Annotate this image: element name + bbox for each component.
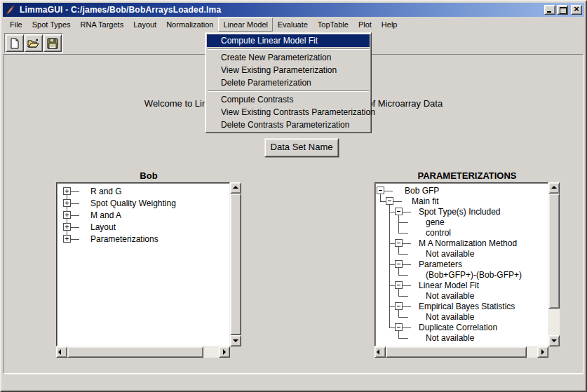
vertical-scrollbar[interactable] [548,182,560,346]
tree-guide-line [389,227,390,238]
collapse-box-icon[interactable] [395,281,403,289]
scrollbar-thumb[interactable] [230,194,241,335]
collapse-box-icon[interactable] [395,302,403,310]
tree-item-gene[interactable]: gene [375,217,548,227]
expand-box-icon[interactable] [63,235,71,243]
tree-item-spot-quality-weighting[interactable]: Spot Quality Weighting [57,197,229,209]
parameterizations-tree-panel: Bob GFPMain fitSpot Type(s) Includedgene… [375,182,560,358]
tree-item-not-available[interactable]: Not available [375,290,548,301]
scrollbar-thumb[interactable] [67,346,203,358]
maximize-button[interactable] [557,5,568,15]
tree-item-label: M and A [90,210,121,220]
tree-item-main-fit[interactable]: Main fit [375,196,548,206]
menu-item-linear-model[interactable]: Linear Model [218,18,273,32]
tree-guide-line [380,196,381,201]
menu-item-plot[interactable]: Plot [353,18,377,32]
menu-option-create-new-parameterization[interactable]: Create New Parameterization [207,51,370,64]
collapse-box-icon[interactable] [395,208,403,215]
expand-box-icon[interactable] [63,211,71,219]
menu-option-compute-contrasts[interactable]: Compute Contrasts [207,93,370,106]
collapse-box-icon[interactable] [386,197,393,205]
tree-guide-line [71,203,79,204]
right-panel-title: PARAMETERIZATIONS [375,170,560,181]
tree-guide-line [389,290,390,301]
scroll-right-button[interactable] [219,346,230,358]
tree-item-spot-type-s-included[interactable]: Spot Type(s) Included [375,206,548,217]
data-set-name-button[interactable]: Data Set Name [264,138,339,157]
menu-option-delete-parameterization[interactable]: Delete Parameterization [207,76,370,89]
tree-item-parameters[interactable]: Parameters [375,259,548,269]
scroll-down-button[interactable] [230,335,241,346]
tree-guide-line [403,285,411,286]
collapse-box-icon[interactable] [395,239,403,247]
tree-item-duplicate-correlation[interactable]: Duplicate Correlation [375,322,548,332]
tree-item-label: Spot Quality Weighting [90,198,176,208]
collapse-box-icon[interactable] [377,187,384,194]
scrollbar-thumb[interactable] [548,194,560,309]
menu-item-rna-targets[interactable]: RNA Targets [76,18,129,32]
menu-item-evaluate[interactable]: Evaluate [273,18,313,32]
menu-item-file[interactable]: File [5,18,27,32]
scrollbar-track[interactable] [230,194,241,335]
scrollbar-track[interactable] [386,346,537,358]
tree-item-layout[interactable]: Layout [57,221,229,233]
scroll-left-button[interactable] [375,346,386,358]
scroll-right-button[interactable] [537,346,548,358]
expand-box-icon[interactable] [63,199,71,207]
collapse-box-icon[interactable] [395,260,403,268]
save-button[interactable] [43,34,62,52]
open-file-button[interactable] [25,34,43,52]
tree-item-linear-model-fit[interactable]: Linear Model Fit [375,280,548,290]
scroll-up-button[interactable] [230,182,241,194]
menu-option-view-existing-parameterization[interactable]: View Existing Parameterization [207,64,370,76]
tree-guide-line [398,275,408,276]
menu-option-view-existing-contrasts-parameterization[interactable]: View Existing Contrasts Parameterization [207,106,370,119]
horizontal-scrollbar[interactable] [56,346,230,358]
bob-tree-listbox[interactable]: R and GSpot Quality WeightingM and ALayo… [56,182,230,346]
new-document-icon [9,38,20,49]
menu-item-toptable[interactable]: TopTable [313,18,353,32]
scrollbar-track[interactable] [548,194,560,335]
tree-item-m-and-a[interactable]: M and A [57,209,229,221]
tree-item-bob-gfp-bob-gfp[interactable]: (Bob+GFP+)-(Bob-GFP+) [375,269,548,280]
tree-item-parameterizations[interactable]: Parameterizations [57,233,229,245]
tree-guide-line [71,227,79,228]
tree-item-control[interactable]: control [375,227,548,238]
menu-option-delete-contrasts-parameterization[interactable]: Delete Contrasts Parameterization [207,119,370,131]
new-file-button[interactable] [6,34,24,52]
tree-item-bob-gfp[interactable]: Bob GFP [375,185,548,196]
menu-option-compute-linear-model-fit[interactable]: Compute Linear Model Fit [207,34,370,47]
expand-box-icon[interactable] [63,187,71,195]
collapse-box-icon[interactable] [395,323,403,331]
scroll-up-button[interactable] [548,182,560,194]
tree-item-label: M A Normalization Method [419,238,517,248]
horizontal-scrollbar[interactable] [375,346,548,358]
close-button[interactable] [571,5,582,15]
vertical-scrollbar[interactable] [230,182,241,346]
tree-item-not-available[interactable]: Not available [375,248,548,259]
window-title: LimmaGUI - C:/james/Bob/BobArraysLoaded.… [20,5,544,15]
tree-item-not-available[interactable]: Not available [375,332,548,343]
tree-guide-line [384,191,393,191]
minimize-button[interactable] [544,5,555,15]
tree-item-label: Linear Model Fit [419,281,479,290]
tree-guide-line [389,212,395,212]
tree-item-empirical-bayes-statistics[interactable]: Empirical Bayes Statistics [375,301,548,311]
menu-item-layout[interactable]: Layout [128,18,161,32]
expand-box-icon[interactable] [63,223,71,231]
title-bar[interactable]: LimmaGUI - C:/james/Bob/BobArraysLoaded.… [3,3,584,17]
menu-item-spot-types[interactable]: Spot Types [27,18,76,32]
scroll-left-button[interactable] [56,346,67,358]
tree-item-m-a-normalization-method[interactable]: M A Normalization Method [375,238,548,248]
menu-item-help[interactable]: Help [377,18,403,32]
tree-item-not-available[interactable]: Not available [375,311,548,322]
parameterizations-tree-listbox[interactable]: Bob GFPMain fitSpot Type(s) Includedgene… [375,182,548,346]
tree-guide-line [389,238,390,243]
scroll-down-button[interactable] [548,335,560,346]
tree-item-label: Not available [426,291,474,301]
menu-item-normalization[interactable]: Normalization [161,18,218,32]
tree-item-r-and-g[interactable]: R and G [57,185,229,197]
scrollbar-track[interactable] [67,346,219,358]
tree-guide-line [398,311,399,317]
scrollbar-thumb[interactable] [386,346,527,358]
